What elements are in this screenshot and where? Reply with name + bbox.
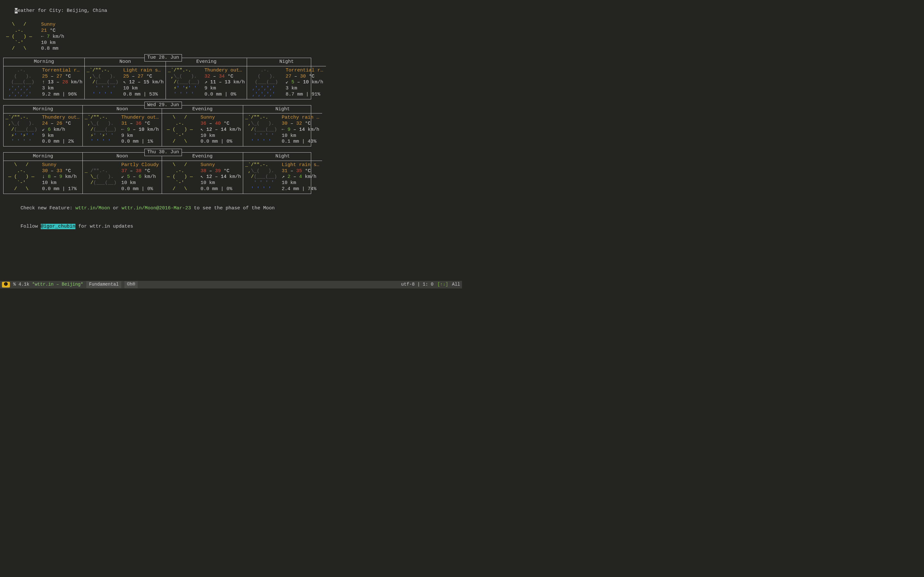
- forecast-period: Noon_`/"".-. ,\_( ). /(___(__) ' ' ' ' '…: [85, 58, 166, 99]
- period-precipitation: 0.0 mm | 2%: [42, 139, 81, 145]
- forecast-period: Evening \ / .-. ― ( ) ― `-' / \ Sunny38 …: [162, 153, 243, 193]
- period-temp: 25 – 27 °C: [42, 74, 82, 80]
- period-visibility: 9 km: [42, 133, 81, 139]
- period-info: Partly Cloudy37 – 38 °C↙ 5 – 6 km/h10 km…: [121, 162, 160, 192]
- period-temp: 25 – 27 °C: [123, 74, 164, 80]
- footer-text-a: Check new Feature:: [21, 205, 75, 211]
- rain_heavy-icon: .-. ( ). (___(__) ‚'‚'‚'‚' ‚'‚'‚'‚': [249, 68, 284, 98]
- period-temp: 27 – 30 °C: [286, 74, 324, 80]
- forecast-period: Evening \ / .-. ― ( ) ― `-' / \ Sunny36 …: [162, 105, 243, 147]
- period-precipitation: 0.0 mm | 0%: [200, 139, 241, 145]
- period-precipitation: 0.0 mm | 1%: [121, 139, 160, 145]
- modeline-prefix: % 4.1k *wttr.in – Beijing*: [13, 282, 83, 287]
- period-precipitation: 0.1 mm | 43%: [282, 139, 320, 145]
- forecast-table: Morning \ / .-. ― ( ) ― `-' / \ Sunny30 …: [3, 152, 311, 194]
- period-label: Night: [247, 58, 326, 66]
- forecast-period: Morning \ / .-. ― ( ) ― `-' / \ Sunny30 …: [3, 153, 83, 193]
- forecast-period: Night .-. ( ). (___(__) ‚'‚'‚'‚' ‚'‚'‚'‚…: [247, 58, 326, 99]
- forecast-period: Night_`/"".-. ,\_( ). /(___(__) ' ' ' ' …: [243, 153, 322, 193]
- period-wind: ← 9 – 14 km/h: [282, 127, 320, 133]
- period-temp: 30 – 32 °C: [282, 121, 320, 127]
- period-temp: 31 – 36 °C: [121, 121, 160, 127]
- moon-link-1[interactable]: wttr.in/Moon: [75, 205, 110, 211]
- period-label: Night: [243, 105, 322, 114]
- period-condition: Sunny: [42, 162, 81, 168]
- current-precipitation: 0.8 mm: [41, 46, 64, 52]
- period-cell: _`/"".-. ,\_( ). /(___(__) ⚡' '⚡' ' ' ' …: [166, 66, 247, 99]
- terminal-buffer[interactable]: Weather for City: Beijing, China \ / .-.…: [0, 0, 462, 288]
- period-cell: _`/"".-. ,\_( ). /(___(__) ⚡' '⚡' ' ' ' …: [83, 113, 162, 146]
- period-wind: ↓ 8 – 9 km/h: [42, 174, 81, 180]
- forecast-day: Thu 30. JunMorning \ / .-. ― ( ) ― `-' /…: [3, 152, 459, 194]
- period-info: Patchy rain ne…30 – 32 °C← 9 – 14 km/h10…: [282, 115, 320, 145]
- period-condition: Light rain sho…: [123, 68, 162, 74]
- period-wind: ↑ 13 – 28 km/h: [42, 79, 82, 85]
- period-temp: 31 – 35 °C: [282, 168, 320, 174]
- day-label: Wed 29. Jun: [144, 102, 182, 109]
- sun-icon: \ / .-. ― ( ) ― `-' / \: [3, 22, 39, 52]
- emacs-modeline: ❶ % 4.1k *wttr.in – Beijing* Fundamental…: [0, 281, 462, 288]
- rain_light-icon: _`/"".-. ,\_( ). /(___(__) ' ' ' ' ' ' '…: [87, 68, 122, 98]
- forecast-period: Morning .-. ( ). (___(__) ‚'‚'‚'‚' ‚'‚'‚…: [3, 58, 85, 99]
- period-info: Torrential rai…27 – 30 °C↙ 5 – 10 km/h3 …: [286, 68, 324, 98]
- encoding-indicator: utf-8 | 1: 0: [401, 282, 433, 287]
- period-visibility: 3 km: [286, 85, 324, 92]
- period-precipitation: 0.0 mm | 0%: [121, 186, 160, 192]
- period-wind: ← 9 – 10 km/h: [121, 127, 160, 133]
- period-info: Light rain sho…31 – 35 °C↗ 2 – 4 km/h10 …: [282, 162, 320, 192]
- sun-icon: \ / .-. ― ( ) ― `-' / \: [164, 162, 199, 192]
- forecast-day: Tue 28. JunMorning .-. ( ). (___(__) ‚'‚…: [3, 58, 459, 99]
- forecast-period: Noon_`/"".-. ,\_( ). /(___(__) ⚡' '⚡' ' …: [83, 105, 162, 147]
- warning-badge[interactable]: ❶: [2, 282, 10, 287]
- title-text: eather for City: Beijing, China: [18, 8, 107, 13]
- period-condition: Sunny: [200, 115, 239, 121]
- period-label: Morning: [3, 58, 84, 66]
- rain_heavy-icon: .-. ( ). (___(__) ‚'‚'‚'‚' ‚'‚'‚'‚': [5, 68, 41, 98]
- current-visibility: 10 km: [41, 40, 64, 46]
- period-wind: ↖ 12 – 14 km/h: [200, 127, 241, 133]
- period-condition: Torrential rai…: [286, 68, 324, 74]
- period-precipitation: 0.0 mm | 17%: [42, 186, 81, 192]
- period-label: Night: [243, 153, 322, 161]
- period-info: Sunny38 – 39 °C↖ 12 – 14 km/h10 km0.0 mm…: [200, 162, 241, 192]
- day-label: Tue 28. Jun: [144, 54, 182, 61]
- period-cell: _`/"".-. ,\_( ). /(___(__) ' ' ' ' ' ' '…: [85, 66, 166, 99]
- period-wind: ↗ 2 – 4 km/h: [282, 174, 320, 180]
- period-visibility: 10 km: [282, 133, 320, 139]
- twitter-link[interactable]: @igor_chubin: [41, 224, 75, 229]
- buffer-name[interactable]: *wttr.in – Beijing*: [32, 282, 83, 287]
- period-wind: ↙ 6 km/h: [42, 127, 81, 133]
- period-cell: \ / .-. ― ( ) ― `-' / \ Sunny38 – 39 °C↖…: [162, 161, 243, 193]
- period-info: Torrential rai…25 – 27 °C↑ 13 – 28 km/h3…: [42, 68, 82, 98]
- period-temp: 30 – 33 °C: [42, 168, 81, 174]
- period-precipitation: 2.4 mm | 74%: [282, 186, 320, 192]
- period-info: Sunny36 – 40 °C↖ 12 – 14 km/h10 km0.0 mm…: [200, 115, 241, 145]
- period-wind: ↖ 12 – 14 km/h: [200, 174, 241, 180]
- period-cell: _ /"".-. \_( ). /(___(__) Partly Cloudy3…: [83, 161, 162, 193]
- scroll-icon: [↑↓]: [437, 282, 448, 287]
- period-info: Thundery outbr…32 – 34 °C↗ 11 – 13 km/h9…: [204, 68, 245, 98]
- thunder-icon: _`/"".-. ,\_( ). /(___(__) ⚡' '⚡' ' ' ' …: [5, 115, 41, 145]
- period-wind: ↙ 5 – 6 km/h: [121, 174, 160, 180]
- moon-link-2[interactable]: wttr.in/Moon@2016-Mar-23: [121, 205, 191, 211]
- period-temp: 38 – 39 °C: [200, 168, 241, 174]
- period-condition: Sunny: [200, 162, 239, 168]
- period-temp: 32 – 34 °C: [204, 74, 245, 80]
- current-wind: ← 7 km/h: [41, 34, 64, 40]
- period-temp: 37 – 38 °C: [121, 168, 160, 174]
- period-precipitation: 9.2 mm | 96%: [42, 92, 82, 98]
- period-cell: \ / .-. ― ( ) ― `-' / \ Sunny30 – 33 °C↓…: [3, 161, 82, 193]
- period-visibility: 3 km: [42, 85, 82, 92]
- period-label: Morning: [3, 153, 82, 161]
- footer-text: Check new Feature: wttr.in/Moon or wttr.…: [3, 200, 459, 236]
- cursor-char: W: [15, 8, 18, 13]
- forecast-day: Wed 29. JunMorning_`/"".-. ,\_( ). /(___…: [3, 105, 459, 147]
- period-wind: ↗ 11 – 13 km/h: [204, 79, 245, 85]
- sun-icon: \ / .-. ― ( ) ― `-' / \: [5, 162, 41, 192]
- current-temp: 21 °C: [41, 28, 64, 34]
- period-precipitation: 0.0 mm | 0%: [204, 92, 245, 98]
- major-mode[interactable]: Fundamental: [86, 281, 121, 288]
- forecast-period: Morning_`/"".-. ,\_( ). /(___(__) ⚡' '⚡'…: [3, 105, 83, 147]
- period-wind: ↙ 5 – 10 km/h: [286, 79, 324, 85]
- period-visibility: 10 km: [200, 180, 241, 186]
